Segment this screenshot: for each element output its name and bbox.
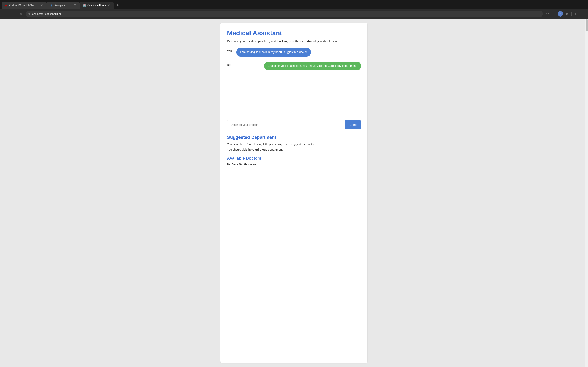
available-doctors-title: Available Doctors [227, 156, 361, 161]
doctor-suffix: - years [247, 163, 256, 166]
toolbar-divider [571, 12, 572, 16]
tab-overflow-button[interactable]: ⌄ [581, 3, 586, 8]
scrollbar-track[interactable] [585, 19, 588, 367]
address-bar[interactable]: ⊙ localhost:3000/consult-ai [26, 11, 543, 17]
new-tab-button[interactable]: + [115, 2, 121, 8]
refresh-button[interactable]: ↻ [18, 11, 24, 17]
chat-area: You I am having little pain in my heart,… [227, 48, 361, 117]
suggested-department-title: Suggested Department [227, 135, 361, 140]
scrollbar-thumb[interactable] [586, 19, 588, 31]
description-line1: You described: "I am having little pain … [227, 142, 361, 146]
tab-title-aarogya: Aarogya AI [54, 4, 72, 7]
user-bubble: I am having little pain in my heart, sug… [236, 48, 311, 57]
tab-title-candidate: Candidate Home [87, 4, 106, 7]
doctor-name: Dr. Jane Smith [227, 163, 247, 166]
suggested-section: Suggested Department You described: "I a… [227, 135, 361, 166]
user-message-row: You I am having little pain in my heart,… [227, 48, 361, 57]
subtitle: Describe your medical problem, and I wil… [227, 39, 361, 43]
menu-button[interactable]: ⋮ [580, 11, 586, 17]
extension-icon1[interactable]: ⬡ [551, 11, 557, 17]
address-text: localhost:3000/consult-ai [32, 12, 540, 16]
tab-aarogya[interactable]: ⊙ Aarogya AI ✕ [47, 2, 80, 9]
tab-close-postgresql[interactable]: ✕ [40, 3, 44, 7]
tab-close-aarogya[interactable]: ✕ [73, 3, 77, 7]
doctor-list-item: Dr. Jane Smith - years [227, 163, 361, 166]
tab-favicon-aarogya: ⊙ [50, 4, 53, 7]
tab-favicon-postgresql: ▶ [4, 4, 8, 7]
back-button[interactable]: ← [2, 11, 9, 17]
bot-message-row: Bot Based on your description, you shoul… [227, 62, 361, 71]
user-label: You [227, 48, 233, 53]
toolbar-actions: ☆ ⬡ A ⧉ ⊟ ⋮ [545, 11, 586, 17]
bot-bubble: Based on your description, you should vi… [264, 62, 361, 71]
tab-postgresql[interactable]: ▶ PostgreSQL in 100 Seconds ✕ [2, 2, 47, 9]
cast-icon[interactable]: ⊟ [573, 11, 579, 17]
tab-favicon-candidate: 🏥 [83, 4, 86, 7]
input-row: Send [227, 120, 361, 129]
bookmark-icon[interactable]: ☆ [545, 11, 550, 17]
profile-button[interactable]: A [558, 11, 563, 17]
description-suffix: department. [267, 148, 283, 151]
lock-icon: ⊙ [28, 13, 30, 15]
main-card: Medical Assistant Describe your medical … [221, 23, 367, 363]
profile-avatar: A [558, 11, 563, 17]
department-name: Cardiology [252, 148, 267, 151]
tab-candidate-home[interactable]: 🏥 Candidate Home ✕ [80, 2, 113, 9]
description-line2: You should visit the Cardiology departme… [227, 148, 361, 152]
toolbar: ← → ↻ ⊙ localhost:3000/consult-ai ☆ ⬡ A … [0, 9, 588, 19]
extension-icon2[interactable]: ⧉ [564, 11, 570, 17]
tab-bar: ▶ PostgreSQL in 100 Seconds ✕ ⊙ Aarogya … [0, 0, 588, 9]
browser-chrome: ▶ PostgreSQL in 100 Seconds ✕ ⊙ Aarogya … [0, 0, 588, 19]
forward-button[interactable]: → [10, 11, 16, 17]
description-prefix: You should visit the [227, 148, 252, 151]
send-button[interactable]: Send [346, 120, 361, 129]
bot-label: Bot [227, 62, 233, 67]
problem-input[interactable] [227, 120, 346, 129]
tab-close-candidate[interactable]: ✕ [107, 3, 111, 7]
tab-title-postgresql: PostgreSQL in 100 Seconds [9, 4, 39, 7]
page-content: Medical Assistant Describe your medical … [0, 19, 588, 367]
page-title: Medical Assistant [227, 29, 361, 37]
